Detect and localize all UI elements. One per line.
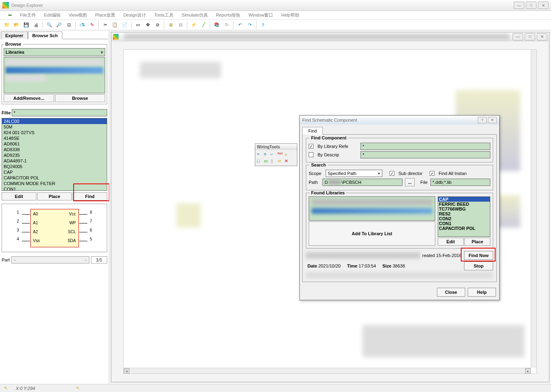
list-item[interactable]: 824 001 02TVS xyxy=(2,130,107,135)
tool-save-icon[interactable]: 💾 xyxy=(22,21,31,29)
browse-button[interactable]: Browse xyxy=(55,94,106,102)
tool-deselect-icon[interactable]: ⊘ xyxy=(153,21,162,29)
tool-folder-icon[interactable]: 📂 xyxy=(12,21,21,29)
doc-close-button[interactable]: ✕ xyxy=(537,33,547,40)
dialog-help-btn[interactable]: Help xyxy=(468,288,496,297)
tab-browse-sch[interactable]: Browse Sch xyxy=(28,32,62,39)
menu-place[interactable]: Place放置 xyxy=(92,11,119,19)
stop-button[interactable]: Stop xyxy=(464,261,493,270)
libraries-dropdown[interactable]: Libraries xyxy=(4,48,105,56)
part-icon[interactable]: □ xyxy=(257,158,263,164)
tool-component-icon[interactable]: ⊞ xyxy=(166,21,175,29)
menu-reports[interactable]: Reports报告 xyxy=(213,11,244,19)
list-item[interactable]: RES2 xyxy=(438,211,490,216)
path-browse-button[interactable]: ... xyxy=(405,178,415,186)
place-button[interactable]: Place xyxy=(37,192,72,200)
menu-edit[interactable]: Edit编辑 xyxy=(41,11,64,19)
found-libraries-list[interactable] xyxy=(309,196,435,221)
tool-select-icon[interactable]: ▭ xyxy=(134,21,142,29)
component-list[interactable]: 24LC0050M824 001 02TVS4148SEAD8061AD8338… xyxy=(2,118,107,191)
edit-button[interactable]: Edit xyxy=(2,192,36,200)
list-item[interactable]: 4148SE xyxy=(2,135,107,141)
wire-icon[interactable]: ≈ xyxy=(257,152,263,157)
sheet-entry-icon[interactable]: ▯ xyxy=(271,158,276,164)
menu-design[interactable]: Design设计 xyxy=(120,11,149,19)
tool-cut-icon[interactable]: ✂ xyxy=(101,21,110,29)
doc-maximize-button[interactable]: □ xyxy=(525,33,535,40)
tool-copy-icon[interactable]: 📋 xyxy=(110,21,119,29)
menu-window[interactable]: Window窗口 xyxy=(245,11,276,19)
menu-view[interactable]: View视图 xyxy=(66,11,91,19)
list-item[interactable]: CAPACITOR POL xyxy=(438,226,490,231)
minimize-button[interactable]: — xyxy=(514,2,524,9)
found-place-button[interactable]: Place xyxy=(464,238,490,246)
power-port-icon[interactable]: ⏚ xyxy=(284,152,290,157)
find-tab[interactable]: Find xyxy=(302,127,323,135)
list-item[interactable]: ADA4897-1 xyxy=(2,158,107,164)
tool-zoom-out-icon[interactable]: 🔎 xyxy=(55,21,64,29)
by-descrip-input[interactable] xyxy=(360,151,490,158)
by-libref-checkbox[interactable] xyxy=(309,144,314,149)
list-item[interactable]: CAPACITOR POL xyxy=(2,175,107,181)
doc-hscroll[interactable]: ◂▸ xyxy=(124,368,531,373)
tool-redo-icon[interactable]: ↷ xyxy=(245,21,254,29)
tab-explorer[interactable]: Explorer xyxy=(1,32,28,39)
tool-help-icon[interactable]: ? xyxy=(259,21,267,29)
by-libref-input[interactable] xyxy=(360,143,490,150)
tool-undo-icon[interactable]: ↶ xyxy=(235,21,244,29)
tool-crossprobe-icon[interactable]: ✎ xyxy=(87,21,96,29)
list-item[interactable]: CON1 xyxy=(2,186,107,191)
list-item[interactable]: AD8338 xyxy=(2,147,107,152)
junction-icon[interactable]: ✕ xyxy=(284,158,290,164)
tool-move-icon[interactable]: ✥ xyxy=(143,21,152,29)
tool-paste-icon[interactable]: 📄 xyxy=(120,21,129,29)
list-item[interactable]: CAP xyxy=(2,169,107,175)
tool-sheet-icon[interactable]: ⊟ xyxy=(176,21,185,29)
menu-simulate[interactable]: Simulate仿真 xyxy=(178,11,211,19)
tool-print-icon[interactable]: 🖨 xyxy=(32,21,40,29)
tool-open-icon[interactable]: 📁 xyxy=(2,21,11,29)
list-item[interactable]: BQ24005 xyxy=(2,164,107,169)
tool-library-icon[interactable]: 📚 xyxy=(212,21,221,29)
list-item[interactable]: AD8061 xyxy=(2,141,107,147)
list-item[interactable]: TC7766WBG xyxy=(438,207,490,211)
library-list[interactable] xyxy=(4,57,105,93)
tool-wire-icon[interactable]: ╱ xyxy=(199,21,208,29)
path-input[interactable]: D \PCBSCH xyxy=(322,179,403,186)
bus-entry-icon[interactable]: ⌐ xyxy=(271,152,276,157)
tool-annotate-icon[interactable]: ↻ xyxy=(222,21,231,29)
filter-input[interactable] xyxy=(12,109,107,116)
dialog-help-button[interactable]: ? xyxy=(478,117,487,123)
port-icon[interactable]: ⬄ xyxy=(278,158,283,164)
menu-help[interactable]: Help帮助 xyxy=(278,11,303,19)
list-item[interactable]: CAP xyxy=(438,197,490,202)
tool-zoom-in-icon[interactable]: 🔍 xyxy=(45,21,54,29)
net-label-icon[interactable]: Net xyxy=(278,152,283,157)
doc-minimize-button[interactable]: — xyxy=(513,33,523,40)
sub-dir-checkbox[interactable] xyxy=(390,171,394,176)
list-item[interactable]: FERRIC BEED xyxy=(438,202,490,207)
add-to-library-list-button[interactable]: Add To Library List xyxy=(309,221,435,246)
list-item[interactable]: CON1 xyxy=(438,221,490,226)
files-input[interactable] xyxy=(430,179,490,186)
find-now-button[interactable]: Find Now xyxy=(464,251,493,260)
maximize-button[interactable]: □ xyxy=(526,2,536,9)
close-button[interactable]: ✕ xyxy=(538,2,549,9)
tool-hierarchy-icon[interactable]: ↕⇅ xyxy=(78,21,87,29)
dialog-close-button[interactable]: ✕ xyxy=(488,117,497,123)
find-dialog-title-bar[interactable]: Find Schematic Component ? ✕ xyxy=(300,116,499,124)
tool-zoom-fit-icon[interactable]: ⊡ xyxy=(64,21,73,29)
add-remove-button[interactable]: Add/Remove... xyxy=(4,94,54,102)
list-item[interactable]: AD9235 xyxy=(2,152,107,158)
scope-select[interactable]: Specified Path xyxy=(326,170,382,177)
sheet-symbol-icon[interactable]: ▭ xyxy=(264,158,269,164)
list-item[interactable]: 24LC00 xyxy=(2,118,107,124)
by-descrip-checkbox[interactable] xyxy=(309,152,314,157)
list-item[interactable]: CON2 xyxy=(438,216,490,221)
tool-power-icon[interactable]: ⚡ xyxy=(189,21,198,29)
dialog-close-btn[interactable]: Close xyxy=(437,288,465,297)
menu-file[interactable]: File文件 xyxy=(17,11,39,19)
find-all-checkbox[interactable] xyxy=(430,171,434,176)
doc-vscroll[interactable] xyxy=(531,50,536,368)
list-item[interactable]: COMMON MODE FILTER xyxy=(2,181,107,186)
